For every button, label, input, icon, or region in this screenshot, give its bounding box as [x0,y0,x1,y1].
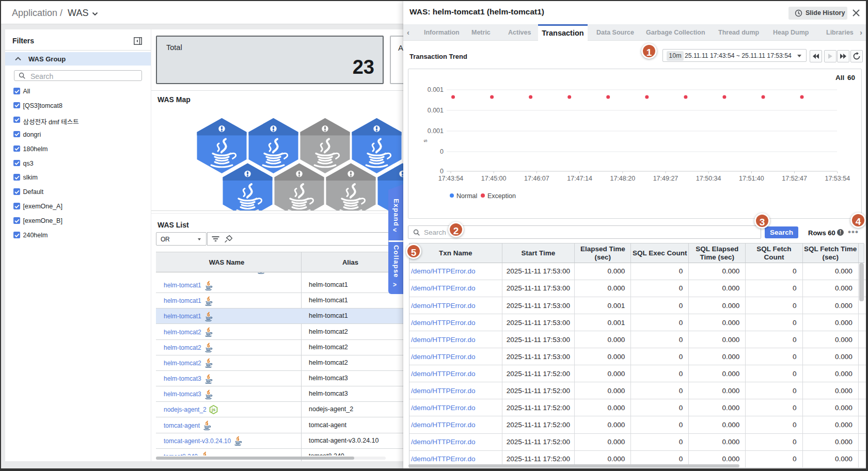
svg-text:17:45:00: 17:45:00 [481,175,507,182]
svg-text:17:48:20: 17:48:20 [610,175,635,182]
svg-text:0.001: 0.001 [428,107,444,114]
svg-text:17:52:47: 17:52:47 [782,175,807,182]
svg-text:17:50:34: 17:50:34 [696,175,721,182]
svg-text:Exception: Exception [487,192,516,200]
svg-text:17:49:27: 17:49:27 [653,175,678,182]
svg-text:Normal: Normal [456,192,477,200]
svg-text:0.001: 0.001 [428,86,444,93]
svg-text:0.001: 0.001 [428,127,444,135]
svg-text:17:47:14: 17:47:14 [567,175,592,182]
svg-text:js: js [211,407,215,412]
svg-text:17:43:54: 17:43:54 [438,175,464,182]
svg-text:17:53:54: 17:53:54 [825,175,850,182]
svg-text:0: 0 [440,148,444,155]
svg-text:0: 0 [440,168,444,175]
svg-text:s: s [422,139,428,142]
svg-text:17:51:40: 17:51:40 [739,175,764,182]
svg-text:17:46:07: 17:46:07 [524,175,549,182]
